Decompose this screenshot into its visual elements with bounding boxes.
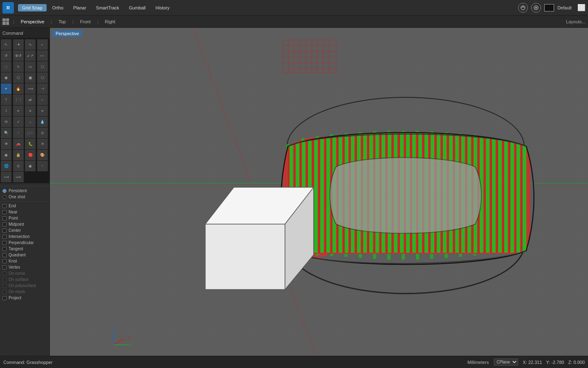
snap-vertex[interactable]: Vertex xyxy=(0,264,49,270)
history-button[interactable]: History xyxy=(151,4,173,11)
viewport-color-square[interactable] xyxy=(544,4,554,11)
snap-end[interactable]: End xyxy=(0,203,49,209)
snap-oneshot[interactable]: One shot xyxy=(0,194,49,200)
extrude-tool[interactable]: ⬡ xyxy=(37,72,48,83)
snap-oneshot-radio[interactable] xyxy=(2,195,7,199)
snap-quadrant-checkbox[interactable] xyxy=(2,253,7,257)
mesh-tool[interactable]: ⬡ xyxy=(37,61,48,72)
snap-vertex-checkbox[interactable] xyxy=(2,265,7,269)
polyline-tool[interactable]: ⌐ xyxy=(37,39,48,50)
car-tool[interactable]: 🚗 xyxy=(13,139,24,149)
camera-target-icon[interactable] xyxy=(531,3,541,13)
curve-tool[interactable]: ∿ xyxy=(25,39,36,50)
array-tool[interactable]: ⋮⋮ xyxy=(13,94,24,105)
split-tool[interactable]: ⊣ xyxy=(37,83,48,94)
status-bar: Command: Grasshopper Millimeters CPlane … xyxy=(0,356,588,368)
surface-tool[interactable]: ▣ xyxy=(25,72,36,83)
scale-tool[interactable]: ↔ xyxy=(37,94,48,105)
arc-tool[interactable]: ◌ xyxy=(1,61,11,72)
snap-intersection-checkbox[interactable] xyxy=(2,235,7,239)
snap-end-checkbox[interactable] xyxy=(2,204,7,208)
command-bar[interactable]: Command xyxy=(0,28,49,38)
ball-tool[interactable]: 🔴 xyxy=(25,150,36,160)
eyedrop-tool[interactable]: 💧 xyxy=(37,117,48,127)
ortho-button[interactable]: Ortho xyxy=(48,4,68,11)
move-tool[interactable]: ⟿ xyxy=(25,83,36,94)
cplane-select[interactable]: CPlane World xyxy=(494,359,518,366)
snap-knot-checkbox[interactable] xyxy=(2,259,7,263)
blend-tool[interactable]: ⌣ xyxy=(25,117,36,127)
text-tool[interactable]: T xyxy=(1,94,11,105)
snap-knot[interactable]: Knot xyxy=(0,258,49,264)
camera-back-icon[interactable] xyxy=(518,3,528,13)
snap-center-checkbox[interactable] xyxy=(2,229,7,233)
globe-tool[interactable]: 🌐 xyxy=(1,161,11,171)
lock-tool[interactable]: 🔒 xyxy=(13,150,24,160)
gumball-button[interactable]: Gumball xyxy=(125,4,150,11)
planar-button[interactable]: Planar xyxy=(69,4,90,11)
circle-dots-tool[interactable]: ◌⁘ xyxy=(25,128,36,138)
zoom-lens-tool[interactable]: 🔍 xyxy=(1,128,11,138)
pan-tool[interactable]: ⊕↺ xyxy=(13,50,24,61)
layouts-button[interactable]: Layouts... xyxy=(566,19,586,24)
mirror-tool[interactable]: ⇌ xyxy=(25,94,36,105)
viewport-label[interactable]: Perspective xyxy=(52,30,82,37)
snap-quadrant[interactable]: Quadrant xyxy=(0,252,49,258)
smarttrack-button[interactable]: SmartTrack xyxy=(92,4,123,11)
snap-project-checkbox[interactable] xyxy=(2,296,7,300)
box-tool[interactable]: ⬡ xyxy=(13,72,24,83)
tab-perspective[interactable]: Perspective xyxy=(15,18,50,26)
snap-near[interactable]: Near xyxy=(0,209,49,215)
snap-tangent-checkbox[interactable] xyxy=(2,247,7,251)
snap-midpoint[interactable]: Midpoint xyxy=(0,221,49,227)
rotate-view-tool[interactable]: ↺ xyxy=(1,50,11,61)
point-tool[interactable]: ·✦ xyxy=(13,39,24,50)
rebuild-tool[interactable]: ⟲ xyxy=(1,117,11,127)
snap-perpendicular-checkbox[interactable] xyxy=(2,241,7,245)
snap-point[interactable]: Point xyxy=(0,215,49,221)
bug-tool[interactable]: 🐛 xyxy=(25,139,36,149)
sphere2-tool[interactable]: ◉ xyxy=(25,161,36,171)
snap-midpoint-checkbox[interactable] xyxy=(2,222,7,227)
ring-tool[interactable]: ⊙ xyxy=(13,161,24,171)
freeform-tool[interactable]: ∿ xyxy=(13,61,24,72)
rectangle-tool[interactable]: ▭ xyxy=(25,61,36,72)
render-tool[interactable]: 👁 xyxy=(1,139,11,149)
check-tool[interactable]: ✓ xyxy=(13,117,24,127)
viewport[interactable]: Perspective xyxy=(50,28,588,356)
light-tool[interactable]: ◉ xyxy=(1,150,11,160)
snap-project[interactable]: Project xyxy=(0,295,49,301)
snap-point-checkbox[interactable] xyxy=(2,216,7,220)
tab-top[interactable]: Top xyxy=(53,18,72,26)
snap-tangent[interactable]: Tangent xyxy=(0,246,49,252)
sphere-tool[interactable]: ◉ xyxy=(1,72,11,83)
snap-persistent[interactable]: Persistent xyxy=(0,188,49,194)
tab-right[interactable]: Right xyxy=(99,18,121,26)
move3-tool[interactable]: ⟿ xyxy=(13,172,24,182)
move2-tool[interactable]: ⟿ xyxy=(1,172,11,182)
snap-intersection[interactable]: Intersection xyxy=(0,233,49,240)
snap-persistent-radio[interactable] xyxy=(2,189,7,193)
sun-tool[interactable]: ☀ xyxy=(37,139,48,149)
snap-near-checkbox[interactable] xyxy=(2,210,7,214)
trim-tool[interactable]: ⌐⌐ xyxy=(37,50,48,61)
hatch2-tool[interactable]: ≡ xyxy=(25,105,36,116)
flame-tool[interactable]: 🔥 xyxy=(13,83,24,94)
grid-snap-button[interactable]: Grid Snap xyxy=(18,4,47,11)
grasshopper-tool[interactable]: ✦ xyxy=(1,83,11,94)
paint-tool[interactable]: 🎨 xyxy=(37,150,48,160)
snap-perpendicular[interactable]: Perpendicular xyxy=(0,240,49,246)
lens-tool[interactable]: ⊙ xyxy=(37,128,48,138)
dots2-tool[interactable]: ⁘ xyxy=(37,161,48,171)
hatch3-tool[interactable]: ≡ xyxy=(37,105,48,116)
pipe-tool[interactable]: ⌇ xyxy=(1,105,11,116)
zoom-tool[interactable]: ↙↗ xyxy=(25,50,36,61)
svg-rect-142 xyxy=(492,128,496,253)
hatch-tool[interactable]: ≡ xyxy=(13,105,24,116)
snap-center[interactable]: Center xyxy=(0,227,49,233)
top-toolbar: R Grid Snap Ortho Planar SmartTrack Gumb… xyxy=(0,0,588,16)
expand-icon[interactable]: ⬜ xyxy=(577,4,586,11)
tab-front[interactable]: Front xyxy=(74,18,97,26)
select-tool[interactable]: ↖ xyxy=(1,39,11,50)
dots-tool[interactable]: ⁘ xyxy=(13,128,24,138)
